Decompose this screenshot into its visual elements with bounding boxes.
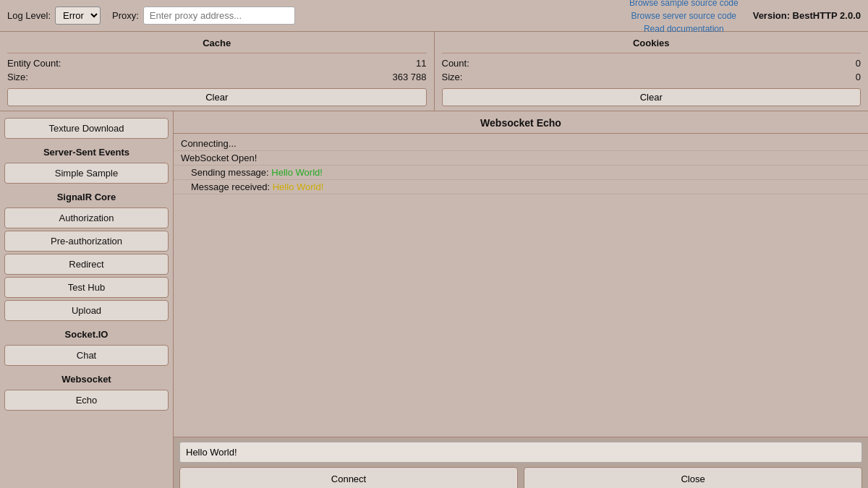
cache-size-label: Size: (7, 72, 28, 82)
sidebar-section-websocket: Websocket (4, 368, 169, 388)
cache-panel: Cache Entity Count: 11 Size: 363 788 Cle… (0, 32, 435, 111)
log-line-received: Message received: Hello World! (174, 180, 868, 194)
sidebar-item-redirect[interactable]: Redirect (4, 254, 169, 275)
cookies-count-row: Count: 0 (442, 56, 861, 70)
sidebar-item-echo[interactable]: Echo (4, 390, 169, 411)
bottom-buttons: Connect Close (179, 467, 862, 488)
cookies-count-value: 0 (856, 58, 861, 69)
sidebar: Texture Download Server-Sent Events Simp… (0, 111, 174, 488)
log-level-select[interactable]: Error (55, 7, 101, 25)
sidebar-section-server-sent-events: Server-Sent Events (4, 141, 169, 160)
log-sending-value: Hello World! (271, 167, 323, 178)
cache-entity-count-row: Entity Count: 11 (7, 56, 427, 70)
log-line-connecting: Connecting... (174, 137, 868, 151)
sidebar-item-test-hub[interactable]: Test Hub (4, 277, 169, 298)
close-button[interactable]: Close (524, 467, 862, 488)
sidebar-item-upload[interactable]: Upload (4, 300, 169, 321)
top-bar: Log Level: Error Proxy: Browse sample so… (0, 0, 868, 32)
browse-sample-link[interactable]: Browse sample source code (629, 0, 739, 9)
sidebar-section-signalr-core: SignalR Core (4, 186, 169, 205)
cache-size-row: Size: 363 788 (7, 70, 427, 84)
log-line-open: WebSocket Open! (174, 151, 868, 166)
bottom-area: Connect Close (174, 437, 868, 488)
log-area: Connecting... WebSocket Open! Sending me… (174, 134, 868, 437)
top-bar-links: Browse sample source code Browse server … (629, 0, 739, 35)
cache-entity-count-value: 11 (416, 58, 426, 69)
cookies-title: Cookies (442, 35, 861, 53)
proxy-label: Proxy: (112, 10, 139, 21)
log-received-value: Hello World! (273, 181, 324, 192)
message-input[interactable] (179, 442, 862, 463)
proxy-input[interactable] (143, 7, 295, 25)
sidebar-item-chat[interactable]: Chat (4, 345, 169, 366)
content-area: Websocket Echo Connecting... WebSocket O… (174, 111, 868, 488)
connect-button[interactable]: Connect (179, 467, 518, 488)
cache-clear-button[interactable]: Clear (7, 88, 427, 106)
cookies-size-value: 0 (856, 72, 861, 82)
cookies-panel: Cookies Count: 0 Size: 0 Clear (435, 32, 869, 111)
cookies-size-row: Size: 0 (442, 70, 861, 84)
version-label: Version: BestHTTP 2.0.0 (753, 10, 861, 21)
cache-size-value: 363 788 (393, 72, 427, 82)
cookies-size-label: Size: (442, 72, 463, 82)
log-line-sending: Sending message: Hello World! (174, 166, 868, 180)
sidebar-item-pre-authorization[interactable]: Pre-authorization (4, 231, 169, 252)
browse-server-link[interactable]: Browse server source code (629, 9, 739, 22)
info-row: Cache Entity Count: 11 Size: 363 788 Cle… (0, 32, 868, 111)
log-level-label: Log Level: (7, 10, 51, 21)
websocket-echo-title: Websocket Echo (174, 111, 868, 134)
main-area: Texture Download Server-Sent Events Simp… (0, 111, 868, 488)
cookies-clear-button[interactable]: Clear (442, 88, 861, 106)
cache-title: Cache (7, 35, 427, 53)
sidebar-item-texture-download[interactable]: Texture Download (4, 118, 169, 139)
sidebar-item-authorization[interactable]: Authorization (4, 207, 169, 228)
cookies-count-label: Count: (442, 58, 469, 69)
sidebar-section-socket-io: Socket.IO (4, 323, 169, 343)
cache-entity-count-label: Entity Count: (7, 58, 61, 69)
sidebar-item-simple-sample[interactable]: Simple Sample (4, 163, 169, 184)
